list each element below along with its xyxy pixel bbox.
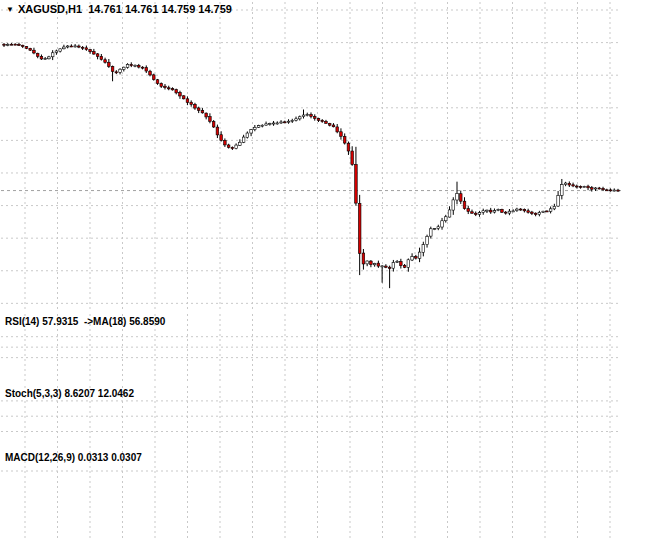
mt4-chart-window: { "title_bar": { "icon": "▼", "text": "X… [0,0,660,560]
chart-dropdown-icon[interactable]: ▼ [6,5,14,14]
rsi-label: RSI(14) 57.9315 ->MA(18) 56.8590 [5,316,165,327]
symbol-title[interactable]: ▼XAGUSD,H1 14.761 14.761 14.759 14.759 [6,3,232,15]
stoch-label: Stoch(5,3,3) 8.6207 12.0462 [5,388,134,399]
chart-canvas[interactable] [0,0,660,560]
symbol-title-text: XAGUSD,H1 14.761 14.761 14.759 14.759 [18,3,232,15]
candlesticks [3,43,620,288]
macd-label: MACD(12,26,9) 0.0313 0.0307 [5,452,142,463]
